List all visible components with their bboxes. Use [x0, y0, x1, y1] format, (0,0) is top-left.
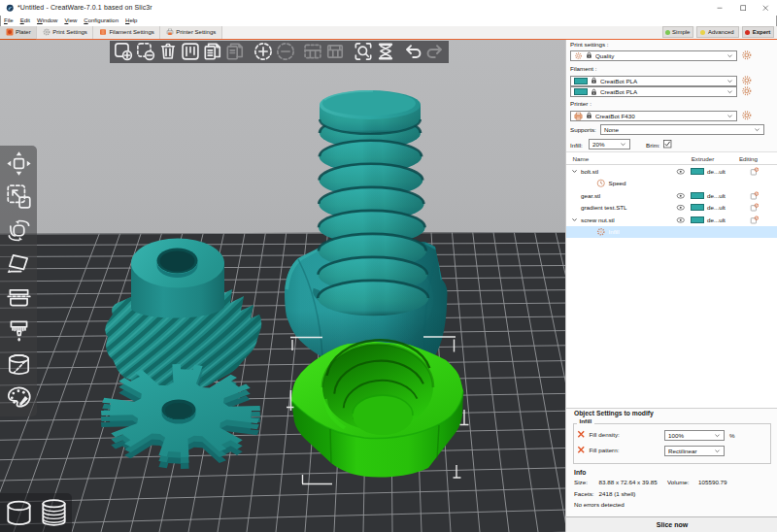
chevron-down-icon	[726, 78, 733, 84]
column-header-editing[interactable]: Editing	[730, 155, 767, 162]
object-row-infill-selected[interactable]: Infill	[566, 226, 777, 239]
color-tool-icon[interactable]	[5, 383, 33, 412]
chevron-down-icon	[726, 88, 733, 95]
print-settings-select[interactable]: Quality	[570, 50, 737, 61]
cut-tool-icon[interactable]	[5, 283, 33, 312]
fewer-copies-icon[interactable]	[224, 41, 246, 62]
fill-density-select[interactable]: 100%	[664, 430, 725, 441]
infill-select[interactable]: 20%	[589, 139, 630, 150]
redo-icon[interactable]	[424, 41, 446, 62]
remove-object-icon[interactable]	[135, 41, 156, 62]
object-row-speed[interactable]: Speed	[566, 178, 777, 190]
menu-help-rest: elp	[129, 17, 137, 23]
decrease-copies-icon[interactable]	[275, 41, 296, 62]
maximize-button[interactable]	[731, 0, 755, 16]
extruder-color-swatch	[691, 168, 704, 175]
fill-pattern-select[interactable]: Rectilinear	[664, 446, 725, 456]
close-icon	[762, 5, 769, 12]
visibility-eye-icon[interactable]	[676, 203, 686, 213]
place-on-face-tool-icon[interactable]	[5, 249, 33, 278]
mode-simple-button[interactable]: Simple	[662, 26, 693, 38]
rotate-tool-icon[interactable]	[5, 216, 33, 245]
menu-help[interactable]: Help	[122, 17, 141, 23]
merge-objects-icon[interactable]	[324, 41, 346, 62]
brim-checkbox[interactable]	[663, 140, 672, 149]
clock-icon	[596, 179, 606, 188]
infill-label: Infill:	[570, 142, 583, 149]
more-copies-icon[interactable]	[202, 41, 223, 62]
object-row-bolt[interactable]: bolt.stl de...ult	[566, 165, 777, 178]
print-settings-edit-gear-icon[interactable]	[741, 50, 753, 61]
filament-spool-icon[interactable]	[375, 41, 396, 62]
tab-plater[interactable]: Plater	[0, 26, 37, 40]
mode-expert-button[interactable]: Expert	[742, 26, 775, 38]
slice-now-button[interactable]: Slice now	[566, 516, 777, 532]
object-row-gradient-test[interactable]: gradient test.STL de...ult	[566, 202, 777, 215]
undo-icon[interactable]	[402, 41, 423, 62]
printer-value: CreatBot F430	[595, 113, 724, 119]
split-object-icon[interactable]	[302, 41, 323, 62]
filament-1-color-swatch	[574, 78, 588, 84]
visibility-eye-icon[interactable]	[676, 167, 686, 177]
edit-settings-icon[interactable]	[750, 203, 760, 213]
object-name: screw nut.stl	[581, 216, 615, 223]
visibility-eye-icon[interactable]	[676, 216, 686, 225]
collapse-caret-icon[interactable]	[571, 216, 578, 223]
arrange-icon[interactable]	[180, 41, 201, 62]
column-header-extruder[interactable]: Extruder	[676, 155, 730, 162]
menu-configuration[interactable]: Configuration	[81, 17, 122, 23]
viewport-3d[interactable]	[0, 40, 565, 532]
move-tool-icon[interactable]	[5, 150, 33, 178]
infill-group-label: Infill	[577, 417, 594, 424]
gear-icon	[596, 227, 606, 237]
setting-name: Speed	[609, 180, 626, 186]
tab-print-settings[interactable]: Print Settings	[37, 26, 93, 40]
mode-advanced-button[interactable]: Advanced	[696, 26, 739, 38]
close-button[interactable]	[755, 0, 777, 16]
menu-edit[interactable]: Edit	[17, 17, 33, 23]
add-object-icon[interactable]	[113, 41, 134, 62]
remove-setting-icon[interactable]	[577, 430, 586, 439]
filament-2-edit-gear-icon[interactable]	[741, 85, 753, 97]
title-bar: *Untitled - CreatWare-7.0.1 based on Sli…	[0, 0, 777, 16]
paint-support-tool-icon[interactable]	[5, 316, 33, 345]
supports-select[interactable]: None	[600, 124, 764, 135]
filament-2-select[interactable]: CreatBot PLA	[570, 86, 737, 97]
edit-settings-icon[interactable]	[750, 191, 760, 201]
setting-name: Infill	[609, 228, 620, 235]
tab-printer-settings[interactable]: Printer Settings	[160, 26, 222, 40]
lock-icon	[591, 77, 597, 84]
zoom-to-fit-icon[interactable]	[353, 41, 374, 62]
filament-1-edit-gear-icon[interactable]	[741, 75, 753, 86]
delete-all-icon[interactable]	[157, 41, 179, 62]
column-header-name[interactable]: Name	[566, 155, 676, 162]
split-cut-tool-icon[interactable]	[5, 350, 33, 379]
menu-window[interactable]: Window	[34, 17, 61, 23]
object-row-screw-nut[interactable]: screw nut.stl de...ult	[566, 214, 777, 226]
filament-1-select[interactable]: CreatBot PLA	[570, 76, 737, 86]
viewport-toolbar	[110, 41, 449, 64]
fill-pattern-label: Fill pattern:	[590, 447, 620, 453]
layers-view-icon[interactable]	[39, 497, 69, 528]
3d-view-icon[interactable]	[4, 497, 34, 528]
increase-copies-icon[interactable]	[253, 41, 274, 62]
extruder-value: de...ult	[707, 204, 726, 211]
object-row-gear[interactable]: gear.stl de...ult	[566, 189, 777, 202]
menu-file[interactable]: File	[1, 17, 17, 23]
scale-tool-icon[interactable]	[5, 183, 33, 211]
visibility-eye-icon[interactable]	[676, 191, 686, 201]
volume-label: Volume:	[667, 479, 690, 485]
collapse-caret-icon[interactable]	[571, 168, 578, 175]
minimize-button[interactable]	[709, 0, 732, 16]
printer-select[interactable]: CreatBot F430	[570, 111, 737, 121]
remove-setting-icon[interactable]	[577, 446, 586, 454]
edit-settings-icon[interactable]	[750, 167, 760, 177]
tab-filament-settings[interactable]: Filament Settings	[93, 26, 160, 40]
fill-pattern-value: Rectilinear	[668, 448, 711, 454]
printer-edit-gear-icon[interactable]	[741, 110, 753, 121]
edit-settings-icon[interactable]	[750, 216, 760, 225]
menu-view[interactable]: View	[61, 17, 81, 23]
model-bolt[interactable]	[262, 90, 451, 364]
supports-label: Supports:	[570, 126, 596, 133]
object-list-header: Name Extruder Editing	[566, 152, 777, 165]
